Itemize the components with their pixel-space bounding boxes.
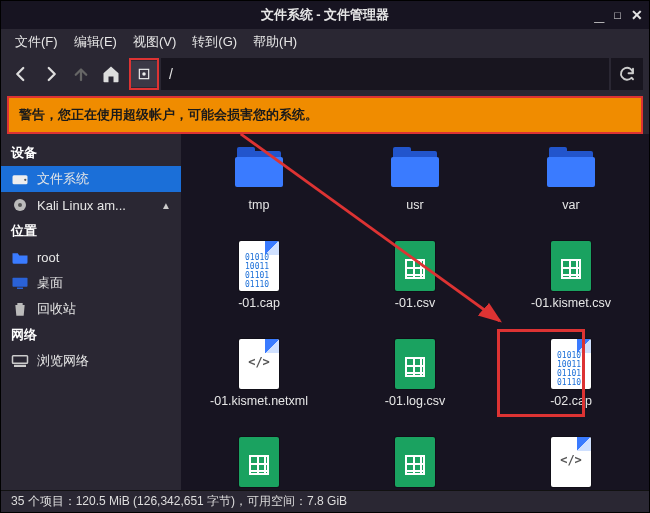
capture-file-icon: 01010100110110101110 [551,339,591,389]
file-item[interactable]: -01.csv [337,238,493,328]
window-controls: _ □ ✕ [594,1,643,29]
address-bar[interactable]: / [161,58,609,90]
menu-help[interactable]: 帮助(H) [247,30,303,54]
folder-icon [547,149,595,187]
file-name: -01.csv [395,296,435,310]
file-icon-wrap [543,142,599,194]
path-toggle-button[interactable] [131,61,157,87]
file-item[interactable]: var [493,140,649,230]
file-icon-wrap [543,240,599,292]
home-button[interactable] [97,60,125,88]
file-item[interactable]: -02.csv [181,434,337,490]
file-item[interactable]: -01.kismet.csv [493,238,649,328]
capture-file-icon: 01010100110110101110 [239,241,279,291]
folder-icon [235,149,283,187]
sidebar-item-browse-network[interactable]: 浏览网络 [1,348,181,374]
menu-edit[interactable]: 编辑(E) [68,30,123,54]
svg-point-3 [24,179,26,181]
sidebar-item-iso[interactable]: Kali Linux am... ▲ [1,192,181,218]
titlebar: 文件系统 - 文件管理器 _ □ ✕ [1,1,649,29]
file-item[interactable]: -02.kismet.csv [337,434,493,490]
trash-icon [11,301,29,317]
maximize-button[interactable]: □ [614,9,621,21]
file-icon-wrap: 01010100110110101110 [231,240,287,292]
close-button[interactable]: ✕ [631,7,643,23]
sidebar-item-root[interactable]: root [1,244,181,270]
sidebar-item-trash[interactable]: 回收站 [1,296,181,322]
file-manager-window: 文件系统 - 文件管理器 _ □ ✕ 文件(F) 编辑(E) 视图(V) 转到(… [0,0,650,513]
spreadsheet-icon [395,241,435,291]
svg-point-5 [18,203,22,207]
sidebar-item-label: 回收站 [37,300,171,318]
sidebar-item-desktop[interactable]: 桌面 [1,270,181,296]
file-icon-wrap: </> [231,338,287,390]
svg-rect-7 [17,288,23,290]
file-item[interactable]: 01010100110110101110-02.cap [493,336,649,426]
file-item[interactable]: 01010100110110101110-01.cap [181,238,337,328]
file-name: -01.cap [238,296,280,310]
file-icon-wrap [387,436,443,488]
content-area[interactable]: tmpusrvar01010100110110101110-01.cap-01.… [181,134,649,490]
folder-icon [11,249,29,265]
file-name: -01.kismet.csv [531,296,611,310]
sidebar: 设备 文件系统 Kali Linux am... ▲ 位置 root [1,134,181,490]
path-bar-highlight [129,58,159,90]
svg-rect-6 [13,278,28,287]
file-icon-wrap [231,142,287,194]
network-drive-icon [11,353,29,369]
file-icon-wrap: </> [543,436,599,488]
file-name: -01.kismet.netxml [210,394,308,408]
file-name: var [562,198,579,212]
file-name: -02.cap [550,394,592,408]
drive-icon [11,171,29,187]
statusbar: 35 个项目：120.5 MiB (126,342,651 字节)，可用空间：7… [1,490,649,512]
forward-button[interactable] [37,60,65,88]
up-button[interactable] [67,60,95,88]
sidebar-item-filesystem[interactable]: 文件系统 [1,166,181,192]
sidebar-header-places: 位置 [1,218,181,244]
sidebar-item-label: root [37,250,171,265]
file-name: -01.log.csv [385,394,445,408]
window-title: 文件系统 - 文件管理器 [261,6,390,24]
reload-button[interactable] [611,58,643,90]
minimize-button[interactable]: _ [594,10,604,20]
disc-icon [11,197,29,213]
body: 设备 文件系统 Kali Linux am... ▲ 位置 root [1,134,649,490]
file-icon-wrap [387,240,443,292]
superuser-warning: 警告，您正在使用超级帐户，可能会损害您的系统。 [7,96,643,134]
file-item[interactable]: tmp [181,140,337,230]
file-icon-wrap [387,142,443,194]
xml-file-icon: </> [551,437,591,487]
menu-goto[interactable]: 转到(G) [186,30,243,54]
menu-view[interactable]: 视图(V) [127,30,182,54]
sidebar-header-devices: 设备 [1,140,181,166]
file-grid: tmpusrvar01010100110110101110-01.cap-01.… [181,134,649,490]
warning-wrap: 警告，您正在使用超级帐户，可能会损害您的系统。 [1,93,649,134]
file-item[interactable]: </>-01.kismet.netxml [181,336,337,426]
svg-rect-9 [14,365,26,367]
svg-rect-8 [13,356,28,364]
spreadsheet-icon [551,241,591,291]
sidebar-item-label: 文件系统 [37,170,171,188]
sidebar-item-label: 桌面 [37,274,171,292]
back-button[interactable] [7,60,35,88]
spreadsheet-icon [395,437,435,487]
file-item[interactable]: </>-02.kismet.netxml [493,434,649,490]
sidebar-item-label: 浏览网络 [37,352,171,370]
file-name: usr [406,198,423,212]
eject-icon[interactable]: ▲ [161,200,171,211]
statusbar-text: 35 个项目：120.5 MiB (126,342,651 字节)，可用空间：7… [11,493,347,510]
menu-file[interactable]: 文件(F) [9,30,64,54]
folder-icon [391,149,439,187]
desktop-icon [11,275,29,291]
xml-file-icon: </> [239,339,279,389]
sidebar-item-label: Kali Linux am... [37,198,153,213]
file-item[interactable]: -01.log.csv [337,336,493,426]
svg-point-1 [142,72,146,76]
file-item[interactable]: usr [337,140,493,230]
file-icon-wrap: 01010100110110101110 [543,338,599,390]
file-name: tmp [249,198,270,212]
spreadsheet-icon [395,339,435,389]
spreadsheet-icon [239,437,279,487]
menubar: 文件(F) 编辑(E) 视图(V) 转到(G) 帮助(H) [1,29,649,55]
